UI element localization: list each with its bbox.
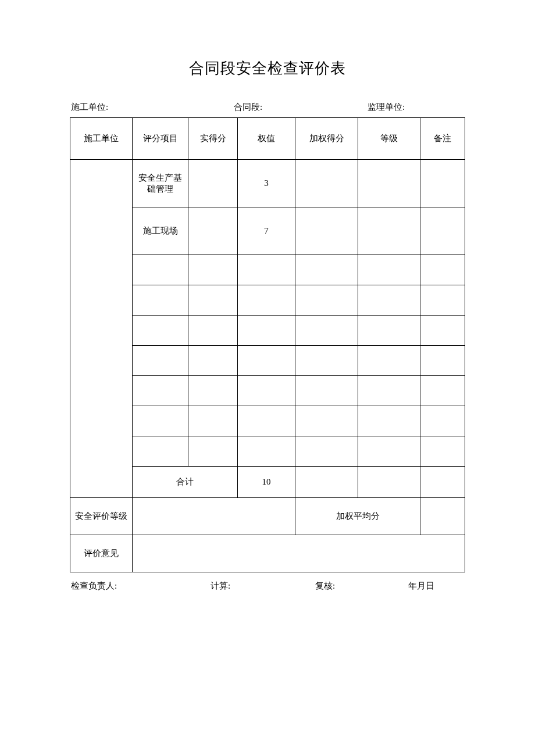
table-header-row: 施工单位 评分项目 实得分 权值 加权得分 等级 备注 (70, 118, 465, 160)
item-cell (133, 346, 188, 376)
grade-cell (358, 207, 420, 255)
weighted-avg-label: 加权平均分 (295, 498, 420, 535)
item-cell (133, 316, 188, 346)
grade-row: 安全评价等级 加权平均分 (70, 498, 465, 535)
weight-cell: 3 (237, 160, 295, 207)
grade-cell (358, 346, 420, 376)
score-cell (188, 160, 237, 207)
note-cell (420, 160, 465, 207)
wscore-cell (295, 207, 358, 255)
weight-cell (237, 316, 295, 346)
score-cell (188, 316, 237, 346)
date-label: 年月日 (408, 581, 464, 592)
weighted-avg-value (420, 498, 465, 535)
col-item-header: 评分项目 (133, 118, 188, 160)
col-wscore-header: 加权得分 (295, 118, 358, 160)
wscore-cell (295, 316, 358, 346)
weight-cell (237, 406, 295, 436)
review-label: 复核: (315, 581, 408, 592)
item-cell (133, 255, 188, 285)
grade-cell (358, 316, 420, 346)
wscore-cell (295, 376, 358, 406)
grade-cell (358, 160, 420, 207)
wscore-cell (295, 285, 358, 316)
inspector-label: 检查负责人: (71, 581, 211, 592)
grade-cell (358, 406, 420, 436)
col-grade-header: 等级 (358, 118, 420, 160)
opinion-value (133, 535, 465, 572)
opinion-label: 评价意见 (70, 535, 133, 572)
weight-cell (237, 346, 295, 376)
col-note-header: 备注 (420, 118, 465, 160)
item-cell: 施工现场 (133, 207, 188, 255)
score-cell (188, 285, 237, 316)
page-title: 合同段安全检查评价表 (70, 58, 465, 78)
table-row: 安全生产基础管理 3 (70, 160, 465, 207)
weight-cell (237, 436, 295, 467)
evaluation-table: 施工单位 评分项目 实得分 权值 加权得分 等级 备注 安全生产基础管理 3 施… (70, 117, 465, 572)
unit-cell (70, 160, 133, 498)
score-cell (188, 376, 237, 406)
note-cell (420, 436, 465, 467)
wscore-cell (295, 255, 358, 285)
sum-grade (358, 467, 420, 498)
note-cell (420, 285, 465, 316)
weight-cell (237, 376, 295, 406)
grade-cell (358, 285, 420, 316)
note-cell (420, 406, 465, 436)
grade-cell (358, 436, 420, 467)
score-cell (188, 346, 237, 376)
score-cell (188, 255, 237, 285)
supervisor-unit-label: 监理单位: (368, 102, 464, 113)
weight-cell: 7 (237, 207, 295, 255)
col-unit-header: 施工单位 (70, 118, 133, 160)
item-cell (133, 376, 188, 406)
item-cell: 安全生产基础管理 (133, 160, 188, 207)
footer-info-row: 检查负责人: 计算: 复核: 年月日 (70, 581, 465, 592)
header-info-row: 施工单位: 合同段: 监理单位: (70, 102, 465, 113)
wscore-cell (295, 160, 358, 207)
col-weight-header: 权值 (237, 118, 295, 160)
note-cell (420, 346, 465, 376)
score-cell (188, 207, 237, 255)
score-cell (188, 406, 237, 436)
sum-note (420, 467, 465, 498)
note-cell (420, 207, 465, 255)
wscore-cell (295, 346, 358, 376)
note-cell (420, 255, 465, 285)
note-cell (420, 316, 465, 346)
construction-unit-label: 施工单位: (71, 102, 234, 113)
weight-cell (237, 255, 295, 285)
col-score-header: 实得分 (188, 118, 237, 160)
item-cell (133, 406, 188, 436)
weight-cell (237, 285, 295, 316)
sum-label: 合计 (133, 467, 237, 498)
grade-cell (358, 255, 420, 285)
wscore-cell (295, 406, 358, 436)
item-cell (133, 436, 188, 467)
score-cell (188, 436, 237, 467)
note-cell (420, 376, 465, 406)
contract-section-label: 合同段: (234, 102, 368, 113)
calc-label: 计算: (211, 581, 315, 592)
opinion-row: 评价意见 (70, 535, 465, 572)
sum-weight: 10 (237, 467, 295, 498)
sum-wscore (295, 467, 358, 498)
safety-grade-value (133, 498, 295, 535)
wscore-cell (295, 436, 358, 467)
safety-grade-label: 安全评价等级 (70, 498, 133, 535)
item-cell (133, 285, 188, 316)
grade-cell (358, 376, 420, 406)
